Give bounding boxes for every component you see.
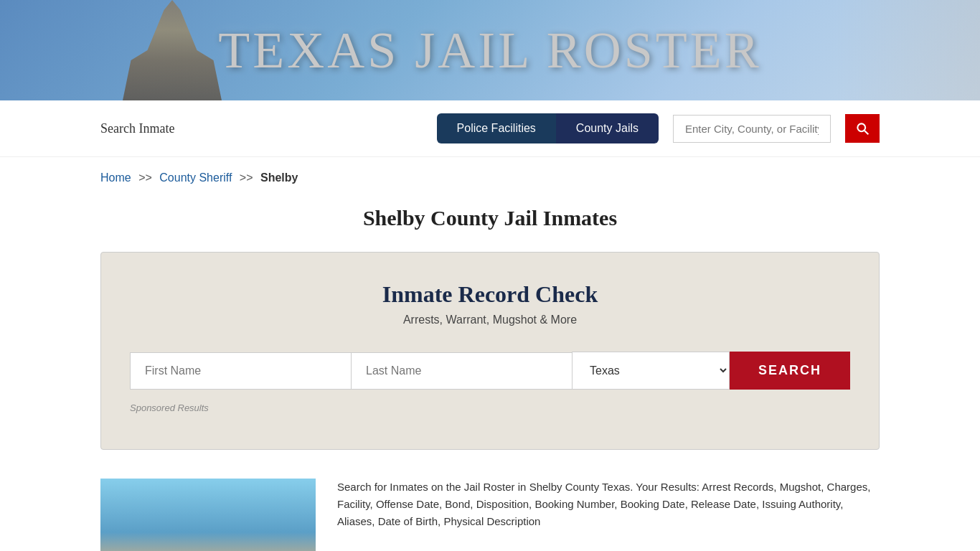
- breadcrumb-current: Shelby: [260, 171, 298, 184]
- record-check-box: Inmate Record Check Arrests, Warrant, Mu…: [100, 252, 880, 450]
- facility-search-button[interactable]: [845, 114, 880, 143]
- last-name-input[interactable]: [351, 352, 572, 390]
- inmate-search-form: AlabamaAlaskaArizonaArkansasCaliforniaCo…: [130, 352, 850, 390]
- site-title: Texas Jail Roster: [218, 21, 761, 80]
- breadcrumb-sep-1: >>: [138, 171, 152, 184]
- breadcrumb-county-sheriff[interactable]: County Sheriff: [159, 171, 232, 184]
- search-icon: [855, 121, 870, 136]
- county-jails-button[interactable]: County Jails: [556, 113, 659, 143]
- search-inmate-label: Search Inmate: [100, 121, 174, 136]
- breadcrumb: Home >> County Sheriff >> Shelby: [0, 157, 980, 192]
- svg-line-1: [864, 131, 868, 134]
- first-name-input[interactable]: [130, 352, 351, 390]
- bottom-section: Search for Inmates on the Jail Roster in…: [0, 471, 980, 551]
- police-facilities-button[interactable]: Police Facilities: [437, 113, 556, 143]
- record-check-subtitle: Arrests, Warrant, Mugshot & More: [130, 314, 850, 326]
- inmate-search-button[interactable]: SEARCH: [730, 352, 850, 390]
- nav-bar: Search Inmate Police Facilities County J…: [0, 100, 980, 157]
- breadcrumb-sep-2: >>: [240, 171, 253, 184]
- breadcrumb-home[interactable]: Home: [100, 171, 131, 184]
- county-image: [100, 479, 316, 551]
- svg-point-0: [857, 123, 865, 131]
- page-title: Shelby County Jail Inmates: [0, 206, 980, 230]
- header-banner: Texas Jail Roster: [0, 0, 980, 100]
- county-description: Search for Inmates on the Jail Roster in…: [337, 479, 880, 530]
- facility-search-input[interactable]: [673, 115, 831, 143]
- facility-type-buttons: Police Facilities County Jails: [437, 113, 659, 143]
- sponsored-label: Sponsored Results: [130, 402, 850, 413]
- keys-decoration: [837, 0, 980, 100]
- state-select[interactable]: AlabamaAlaskaArizonaArkansasCaliforniaCo…: [572, 352, 730, 390]
- page-title-section: Shelby County Jail Inmates: [0, 192, 980, 252]
- record-check-title: Inmate Record Check: [130, 281, 850, 308]
